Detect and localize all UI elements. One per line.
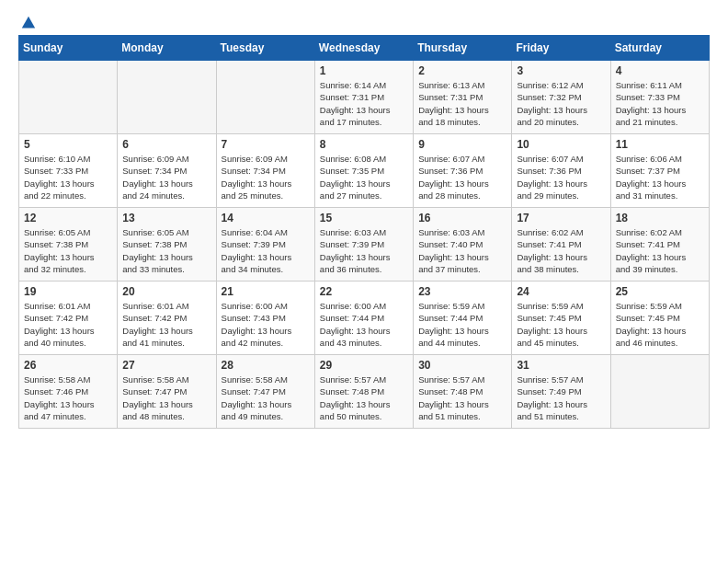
day-info: Sunrise: 5:57 AMSunset: 7:49 PMDaylight:… bbox=[517, 373, 605, 422]
day-info: Sunrise: 6:12 AMSunset: 7:32 PMDaylight:… bbox=[517, 79, 605, 128]
calendar-cell bbox=[610, 355, 709, 429]
calendar-cell: 26Sunrise: 5:58 AMSunset: 7:46 PMDayligh… bbox=[19, 355, 118, 429]
weekday-header: Monday bbox=[118, 36, 216, 61]
calendar-cell: 11Sunrise: 6:06 AMSunset: 7:37 PMDayligh… bbox=[610, 134, 709, 208]
day-info: Sunrise: 6:02 AMSunset: 7:41 PMDaylight:… bbox=[616, 226, 704, 275]
day-number: 13 bbox=[122, 212, 210, 224]
day-number: 24 bbox=[517, 285, 605, 298]
day-number: 17 bbox=[517, 212, 605, 224]
day-number: 16 bbox=[418, 212, 506, 224]
calendar-week-row: 5Sunrise: 6:10 AMSunset: 7:33 PMDaylight… bbox=[19, 134, 710, 208]
day-info: Sunrise: 6:10 AMSunset: 7:33 PMDaylight:… bbox=[24, 153, 112, 201]
calendar-cell: 20Sunrise: 6:01 AMSunset: 7:42 PMDayligh… bbox=[118, 282, 216, 355]
day-info: Sunrise: 6:14 AMSunset: 7:31 PMDaylight:… bbox=[320, 79, 408, 128]
calendar-cell: 28Sunrise: 5:58 AMSunset: 7:47 PMDayligh… bbox=[216, 355, 314, 429]
weekday-header: Saturday bbox=[610, 36, 709, 61]
day-number: 2 bbox=[418, 64, 506, 77]
calendar-cell: 9Sunrise: 6:07 AMSunset: 7:36 PMDaylight… bbox=[414, 134, 512, 208]
weekday-header: Friday bbox=[512, 36, 610, 61]
calendar-cell: 3Sunrise: 6:12 AMSunset: 7:32 PMDaylight… bbox=[512, 61, 610, 134]
calendar-cell bbox=[19, 61, 118, 134]
day-info: Sunrise: 6:00 AMSunset: 7:44 PMDaylight:… bbox=[320, 300, 408, 349]
calendar-cell: 19Sunrise: 6:01 AMSunset: 7:42 PMDayligh… bbox=[19, 282, 118, 355]
calendar-cell: 24Sunrise: 5:59 AMSunset: 7:45 PMDayligh… bbox=[512, 282, 610, 355]
day-number: 11 bbox=[616, 138, 704, 151]
day-info: Sunrise: 5:59 AMSunset: 7:45 PMDaylight:… bbox=[517, 300, 605, 349]
calendar-cell: 14Sunrise: 6:04 AMSunset: 7:39 PMDayligh… bbox=[216, 208, 314, 282]
day-info: Sunrise: 6:09 AMSunset: 7:34 PMDaylight:… bbox=[122, 153, 210, 201]
calendar-cell: 21Sunrise: 6:00 AMSunset: 7:43 PMDayligh… bbox=[216, 282, 314, 355]
day-number: 12 bbox=[24, 212, 112, 224]
day-number: 29 bbox=[320, 359, 408, 372]
calendar-cell: 7Sunrise: 6:09 AMSunset: 7:34 PMDaylight… bbox=[216, 134, 314, 208]
calendar-cell: 15Sunrise: 6:03 AMSunset: 7:39 PMDayligh… bbox=[314, 208, 413, 282]
day-number: 6 bbox=[122, 138, 210, 151]
day-number: 26 bbox=[24, 359, 112, 372]
calendar-cell: 13Sunrise: 6:05 AMSunset: 7:38 PMDayligh… bbox=[118, 208, 216, 282]
day-info: Sunrise: 6:03 AMSunset: 7:39 PMDaylight:… bbox=[320, 226, 408, 275]
calendar-cell: 4Sunrise: 6:11 AMSunset: 7:33 PMDaylight… bbox=[610, 61, 709, 134]
calendar-week-row: 1Sunrise: 6:14 AMSunset: 7:31 PMDaylight… bbox=[19, 61, 710, 134]
calendar-cell: 23Sunrise: 5:59 AMSunset: 7:44 PMDayligh… bbox=[414, 282, 512, 355]
day-number: 14 bbox=[222, 212, 310, 224]
day-info: Sunrise: 6:09 AMSunset: 7:34 PMDaylight:… bbox=[222, 153, 310, 201]
day-info: Sunrise: 6:03 AMSunset: 7:40 PMDaylight:… bbox=[418, 226, 506, 275]
day-info: Sunrise: 6:01 AMSunset: 7:42 PMDaylight:… bbox=[122, 300, 210, 349]
day-info: Sunrise: 6:05 AMSunset: 7:38 PMDaylight:… bbox=[24, 226, 112, 275]
day-number: 21 bbox=[222, 285, 310, 298]
day-number: 1 bbox=[320, 64, 408, 77]
day-number: 9 bbox=[418, 138, 506, 151]
day-info: Sunrise: 6:07 AMSunset: 7:36 PMDaylight:… bbox=[517, 153, 605, 201]
weekday-header: Tuesday bbox=[216, 36, 314, 61]
calendar-cell: 10Sunrise: 6:07 AMSunset: 7:36 PMDayligh… bbox=[512, 134, 610, 208]
day-number: 27 bbox=[122, 359, 210, 372]
day-number: 20 bbox=[122, 285, 210, 298]
calendar-week-row: 12Sunrise: 6:05 AMSunset: 7:38 PMDayligh… bbox=[19, 208, 710, 282]
svg-marker-0 bbox=[22, 17, 35, 29]
calendar-cell: 31Sunrise: 5:57 AMSunset: 7:49 PMDayligh… bbox=[512, 355, 610, 429]
day-number: 10 bbox=[517, 138, 605, 151]
day-info: Sunrise: 5:59 AMSunset: 7:45 PMDaylight:… bbox=[616, 300, 704, 349]
day-number: 5 bbox=[24, 138, 112, 151]
day-info: Sunrise: 6:02 AMSunset: 7:41 PMDaylight:… bbox=[517, 226, 605, 275]
calendar-cell bbox=[216, 61, 314, 134]
calendar-cell: 1Sunrise: 6:14 AMSunset: 7:31 PMDaylight… bbox=[314, 61, 413, 134]
calendar-week-row: 26Sunrise: 5:58 AMSunset: 7:46 PMDayligh… bbox=[19, 355, 710, 429]
calendar-cell bbox=[118, 61, 216, 134]
day-info: Sunrise: 5:58 AMSunset: 7:47 PMDaylight:… bbox=[222, 373, 310, 422]
day-number: 4 bbox=[616, 64, 704, 77]
calendar-cell: 22Sunrise: 6:00 AMSunset: 7:44 PMDayligh… bbox=[314, 282, 413, 355]
day-info: Sunrise: 6:05 AMSunset: 7:38 PMDaylight:… bbox=[122, 226, 210, 275]
day-info: Sunrise: 6:13 AMSunset: 7:31 PMDaylight:… bbox=[418, 79, 506, 128]
day-number: 15 bbox=[320, 212, 408, 224]
day-number: 23 bbox=[418, 285, 506, 298]
day-number: 7 bbox=[222, 138, 310, 151]
day-info: Sunrise: 6:07 AMSunset: 7:36 PMDaylight:… bbox=[418, 153, 506, 201]
day-info: Sunrise: 5:57 AMSunset: 7:48 PMDaylight:… bbox=[320, 373, 408, 422]
day-number: 8 bbox=[320, 138, 408, 151]
logo-icon bbox=[20, 15, 37, 31]
day-info: Sunrise: 5:58 AMSunset: 7:47 PMDaylight:… bbox=[122, 373, 210, 422]
day-number: 30 bbox=[418, 359, 506, 372]
logo bbox=[18, 15, 37, 28]
calendar-cell: 16Sunrise: 6:03 AMSunset: 7:40 PMDayligh… bbox=[414, 208, 512, 282]
weekday-header: Thursday bbox=[414, 36, 512, 61]
calendar-header: SundayMondayTuesdayWednesdayThursdayFrid… bbox=[19, 36, 710, 61]
calendar-cell: 5Sunrise: 6:10 AMSunset: 7:33 PMDaylight… bbox=[19, 134, 118, 208]
day-info: Sunrise: 5:58 AMSunset: 7:46 PMDaylight:… bbox=[24, 373, 112, 422]
calendar-cell: 17Sunrise: 6:02 AMSunset: 7:41 PMDayligh… bbox=[512, 208, 610, 282]
day-number: 18 bbox=[616, 212, 704, 224]
day-info: Sunrise: 6:08 AMSunset: 7:35 PMDaylight:… bbox=[320, 153, 408, 201]
calendar-week-row: 19Sunrise: 6:01 AMSunset: 7:42 PMDayligh… bbox=[19, 282, 710, 355]
day-number: 31 bbox=[517, 359, 605, 372]
page-header bbox=[18, 15, 710, 28]
weekday-header: Sunday bbox=[19, 36, 118, 61]
day-number: 22 bbox=[320, 285, 408, 298]
calendar-cell: 29Sunrise: 5:57 AMSunset: 7:48 PMDayligh… bbox=[314, 355, 413, 429]
calendar-cell: 8Sunrise: 6:08 AMSunset: 7:35 PMDaylight… bbox=[314, 134, 413, 208]
day-info: Sunrise: 6:00 AMSunset: 7:43 PMDaylight:… bbox=[222, 300, 310, 349]
calendar-cell: 18Sunrise: 6:02 AMSunset: 7:41 PMDayligh… bbox=[610, 208, 709, 282]
calendar-table: SundayMondayTuesdayWednesdayThursdayFrid… bbox=[18, 35, 710, 429]
calendar-cell: 2Sunrise: 6:13 AMSunset: 7:31 PMDaylight… bbox=[414, 61, 512, 134]
weekday-header: Wednesday bbox=[314, 36, 413, 61]
